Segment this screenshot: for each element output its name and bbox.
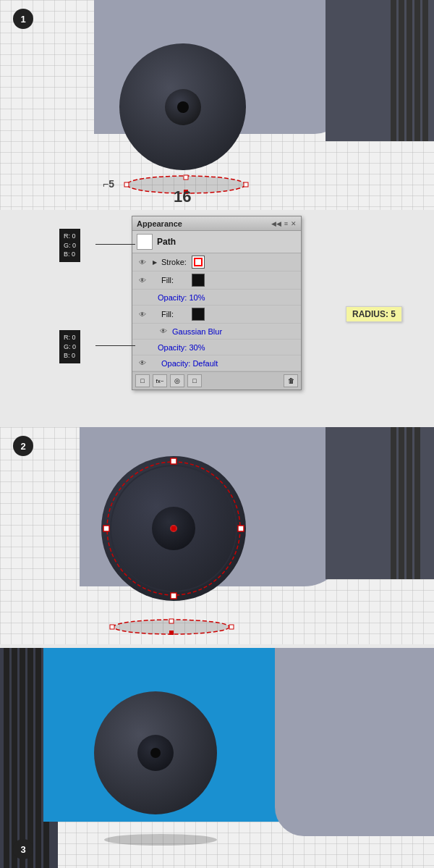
opacity-30-text: Opacity: 30% [158, 343, 205, 352]
visibility-icon[interactable]: 👁 [137, 258, 148, 266]
opacity-10-row: Opacity: 10% [132, 290, 301, 306]
svg-rect-4 [124, 182, 129, 187]
step-badge-3: 3 [13, 839, 33, 859]
svg-rect-7 [171, 458, 176, 464]
svg-rect-16 [110, 625, 114, 629]
fill-label-1: Fill: [161, 276, 189, 285]
stripe [422, 0, 428, 141]
wheel-outer-3 [94, 691, 217, 814]
visibility-icon-default[interactable]: 👁 [137, 359, 148, 368]
gray-body-3 [275, 648, 434, 836]
step-badge-1: 1 [13, 9, 33, 29]
section3: 3 [0, 648, 434, 868]
delete-button[interactable]: 🗑 [284, 374, 298, 387]
stripe [414, 427, 420, 579]
section2: 2 [0, 427, 434, 644]
rgb-label-1: R: 0 G: 0 B: 0 [59, 229, 80, 262]
panel-titlebar: Appearance ◀◀ ≡ ✕ [132, 216, 301, 231]
stripes-2 [391, 427, 434, 579]
fill-swatch-2[interactable] [192, 308, 205, 321]
step-number-1: 16 [174, 187, 191, 206]
expand-icon[interactable]: ▶ [151, 258, 158, 266]
panel-icons: ◀◀ ≡ ✕ [271, 220, 297, 227]
panel-title: Appearance [137, 219, 182, 228]
svg-point-18 [104, 834, 217, 846]
visibility-icon-fill1[interactable]: 👁 [137, 276, 148, 285]
shadow-ellipse-3 [101, 832, 221, 848]
fill-row-1: 👁 Fill: [132, 271, 301, 290]
rgb-label-2: R: 0 G: 0 B: 0 [59, 330, 80, 363]
circle-button[interactable]: ◎ [170, 374, 184, 387]
visibility-icon-blur[interactable]: 👁 [158, 327, 169, 336]
wheel-inner-3 [137, 735, 174, 771]
stroke-swatch[interactable] [192, 256, 205, 269]
panel-collapse-icon[interactable]: ◀◀ [271, 220, 281, 227]
fx-button[interactable]: fx~ [153, 374, 167, 387]
fill-label-2: Fill: [161, 310, 189, 319]
section1: 1 ⌐5 16 [0, 0, 434, 210]
panel-close-icon[interactable]: ✕ [291, 220, 297, 227]
appearance-panel: Appearance ◀◀ ≡ ✕ Path 👁 ▶ Stroke: 👁 Fil… [132, 216, 302, 390]
radius-tooltip: RADIUS: 5 [346, 306, 402, 322]
panel-path-header: Path [132, 231, 301, 253]
opacity-10-text: Opacity: 10% [158, 293, 205, 302]
svg-rect-10 [238, 526, 244, 531]
svg-rect-14 [169, 619, 174, 623]
stroke-row: 👁 ▶ Stroke: [132, 253, 301, 271]
svg-rect-8 [171, 593, 176, 599]
path-label: Path [157, 237, 176, 247]
stripe [391, 427, 396, 579]
duplicate-button[interactable]: □ [187, 374, 202, 387]
opacity-default-row: 👁 Opacity: Default [132, 355, 301, 371]
panel-footer: □ fx~ ◎ □ 🗑 [132, 371, 301, 389]
wheel-1 [119, 43, 246, 170]
shadow-ellipse-2 [109, 617, 235, 637]
stripe [407, 427, 412, 579]
svg-rect-9 [103, 526, 109, 531]
path-thumbnail [137, 234, 153, 250]
gaussian-blur-row: 👁 Gaussian Blur [132, 324, 301, 340]
wheel-3 [94, 691, 217, 814]
svg-rect-2 [184, 175, 188, 180]
svg-rect-11 [171, 526, 176, 531]
fill-swatch-1[interactable] [192, 274, 205, 287]
stripe [391, 0, 396, 141]
stripes-1 [391, 0, 434, 141]
wheel-center-3 [150, 748, 161, 758]
wheel-center-1 [177, 101, 189, 113]
connector-line-1 [95, 244, 135, 245]
opacity-default-text: Opacity: Default [161, 359, 218, 368]
stripe [414, 0, 420, 141]
fill-row-2: 👁 Fill: RADIUS: 5 [132, 306, 301, 324]
ruler-icon: ⌐5 [103, 178, 114, 190]
gaussian-blur-text: Gaussian Blur [172, 327, 222, 336]
stripe [407, 0, 412, 141]
connector-line-2 [95, 345, 135, 346]
svg-rect-5 [244, 182, 248, 187]
step-badge-2: 2 [13, 436, 33, 456]
new-layer-button[interactable]: □ [135, 374, 150, 387]
stripe [399, 427, 404, 579]
stripe [399, 0, 404, 141]
visibility-icon-fill2[interactable]: 👁 [137, 310, 148, 319]
panel-menu-icon[interactable]: ≡ [284, 220, 288, 227]
opacity-30-row: Opacity: 30% [132, 340, 301, 355]
path-circle-2 [101, 456, 246, 601]
stroke-label: Stroke: [161, 258, 189, 266]
svg-rect-17 [229, 625, 234, 629]
wheel-outer-1 [119, 43, 246, 170]
svg-rect-15 [169, 631, 174, 635]
wheel-inner-1 [165, 89, 201, 125]
